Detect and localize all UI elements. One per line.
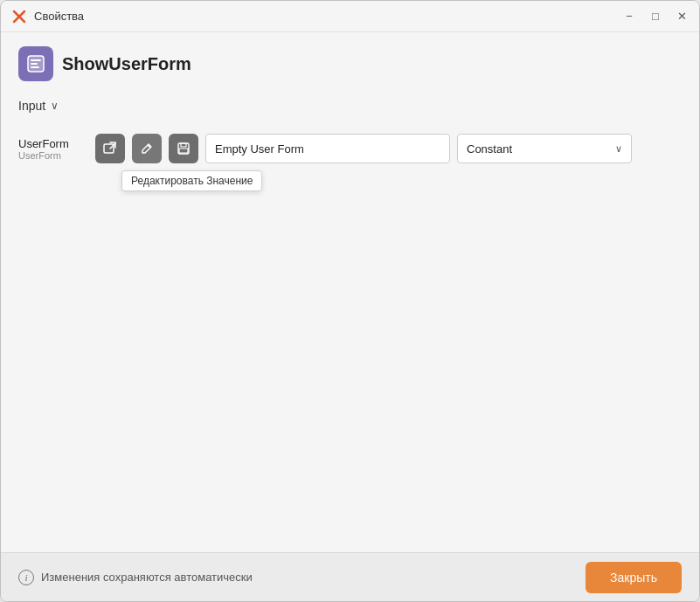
save-icon <box>177 142 191 156</box>
tooltip: Редактировать Значение <box>121 170 262 191</box>
form-icon <box>18 46 53 81</box>
property-label: UserForm UserForm <box>18 137 88 161</box>
close-button[interactable]: Закрыть <box>586 562 682 593</box>
close-button-label: Закрыть <box>610 571 657 585</box>
window-controls: − □ ✕ <box>622 10 689 24</box>
app-icon <box>11 9 27 24</box>
main-content: ShowUserForm Input ∨ UserForm UserForm <box>1 32 699 552</box>
footer-info-text: Изменения сохраняются автоматически <box>41 571 253 584</box>
form-svg-icon <box>26 54 45 73</box>
titlebar: Свойства − □ ✕ <box>1 1 699 32</box>
window-title: Свойства <box>34 10 622 23</box>
svg-rect-6 <box>31 66 39 68</box>
main-title-row: ShowUserForm <box>18 46 682 81</box>
value-input[interactable] <box>205 134 450 163</box>
section-header[interactable]: Input ∨ <box>18 99 682 120</box>
footer: i Изменения сохраняются автоматически За… <box>1 552 699 601</box>
svg-rect-5 <box>31 63 38 65</box>
section-label: Input <box>18 99 45 113</box>
save-button[interactable] <box>169 134 198 163</box>
section-chevron-icon: ∨ <box>51 100 59 112</box>
maximize-button[interactable]: □ <box>648 10 662 24</box>
close-button[interactable]: ✕ <box>675 10 689 24</box>
window: Свойства − □ ✕ ShowUserForm Input ∨ <box>0 0 700 602</box>
svg-rect-7 <box>104 144 114 153</box>
property-label-main: UserForm <box>18 137 88 150</box>
property-row: UserForm UserForm <box>18 134 682 163</box>
open-form-button[interactable] <box>95 134 125 163</box>
open-icon <box>103 142 117 156</box>
main-title-text: ShowUserForm <box>62 54 191 74</box>
minimize-button[interactable]: − <box>622 10 636 24</box>
dropdown-chevron-icon: ∨ <box>615 143 622 155</box>
constant-dropdown[interactable]: Constant ∨ <box>457 134 632 163</box>
footer-info: i Изменения сохраняются автоматически <box>18 570 253 585</box>
edit-icon <box>140 142 154 156</box>
tooltip-text: Редактировать Значение <box>131 175 253 187</box>
property-label-sub: UserForm <box>18 150 88 161</box>
svg-rect-12 <box>179 149 188 153</box>
info-icon: i <box>18 570 34 585</box>
dropdown-value: Constant <box>467 142 512 156</box>
edit-value-button[interactable] <box>132 134 162 163</box>
svg-rect-4 <box>31 59 41 61</box>
